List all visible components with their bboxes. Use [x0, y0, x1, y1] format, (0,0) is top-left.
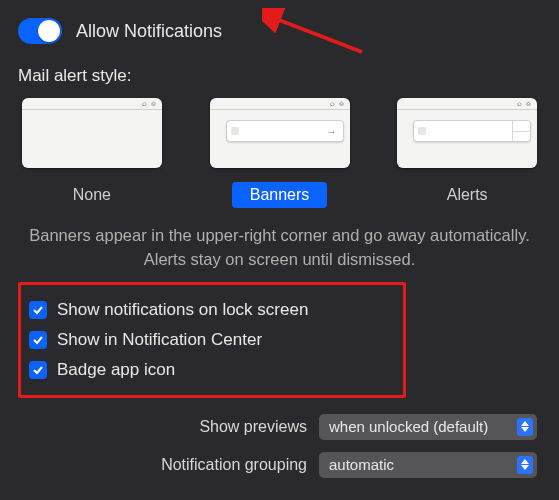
checkbox-icon: [29, 331, 47, 349]
select-value: automatic: [329, 456, 517, 473]
control-center-icon: ⌾: [526, 100, 531, 108]
alert-style-banners[interactable]: ⌕⌾ → Banners: [206, 98, 354, 208]
notification-grouping-label: Notification grouping: [161, 456, 307, 474]
search-icon: ⌕: [330, 100, 335, 108]
alert-style-thumb-alerts: ⌕⌾: [397, 98, 537, 168]
alert-style-thumb-none: ⌕⌾: [22, 98, 162, 168]
banner-preview: →: [226, 120, 344, 142]
checkbox-icon: [29, 301, 47, 319]
checkbox-lock-screen[interactable]: Show notifications on lock screen: [29, 295, 391, 325]
svg-marker-2: [521, 421, 529, 426]
allow-notifications-toggle[interactable]: [18, 18, 62, 44]
updown-icon: [517, 418, 533, 436]
alert-style-none[interactable]: ⌕⌾ None: [18, 98, 166, 208]
search-icon: ⌕: [142, 100, 147, 108]
checkbox-badge-icon[interactable]: Badge app icon: [29, 355, 391, 385]
alert-style-heading: Mail alert style:: [18, 66, 541, 86]
updown-icon: [517, 456, 533, 474]
notification-grouping-select[interactable]: automatic: [319, 452, 537, 478]
alert-style-label: Banners: [232, 182, 328, 208]
show-previews-label: Show previews: [199, 418, 307, 436]
select-value: when unlocked (default): [329, 418, 517, 435]
svg-marker-4: [521, 459, 529, 464]
alert-style-description: Banners appear in the upper-right corner…: [18, 224, 541, 272]
show-previews-select[interactable]: when unlocked (default): [319, 414, 537, 440]
allow-notifications-label: Allow Notifications: [76, 21, 222, 42]
checkbox-icon: [29, 361, 47, 379]
svg-marker-5: [521, 465, 529, 470]
control-center-icon: ⌾: [339, 100, 344, 108]
alert-style-label: None: [55, 182, 129, 208]
checkbox-label: Badge app icon: [57, 360, 175, 380]
checkbox-label: Show notifications on lock screen: [57, 300, 308, 320]
alert-preview: [413, 120, 531, 142]
checkbox-label: Show in Notification Center: [57, 330, 262, 350]
control-center-icon: ⌾: [151, 100, 156, 108]
alert-style-thumb-banners: ⌕⌾ →: [210, 98, 350, 168]
alert-style-label: Alerts: [429, 182, 506, 208]
annotation-highlight-box: Show notifications on lock screen Show i…: [18, 282, 406, 398]
svg-marker-3: [521, 427, 529, 432]
checkbox-notification-center[interactable]: Show in Notification Center: [29, 325, 391, 355]
toggle-knob: [38, 20, 60, 42]
search-icon: ⌕: [517, 100, 522, 108]
alert-style-alerts[interactable]: ⌕⌾ Alerts: [393, 98, 541, 208]
